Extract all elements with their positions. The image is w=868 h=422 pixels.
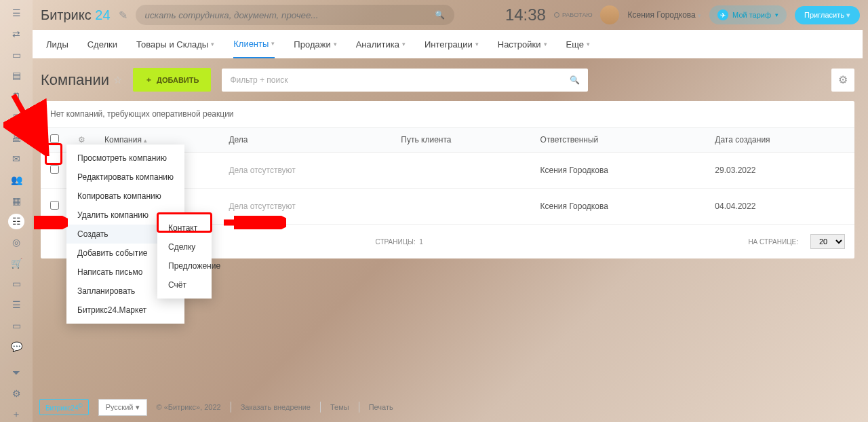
sidebar-icon-5[interactable]: 🗎 [8, 110, 24, 126]
nav-item-3[interactable]: Клиенты▾ [233, 30, 275, 58]
ctx-item-8[interactable]: Битрикс24.Маркет [66, 301, 184, 320]
print-link[interactable]: Печать [369, 403, 393, 411]
col-date[interactable]: Дата создания [705, 128, 854, 153]
col-resp[interactable]: Ответственный [531, 128, 706, 153]
ctx-item-0[interactable]: Просмотреть компанию [66, 149, 184, 168]
sidebar-icon-8[interactable]: 👥 [8, 172, 24, 188]
sidebar-icon-11[interactable]: 🛒 [8, 255, 24, 271]
perpage-select[interactable]: 20 [810, 234, 845, 249]
sidebar-icon-add[interactable]: ＋ [8, 406, 24, 422]
sidebar-icon-4[interactable]: 🗓 [8, 89, 24, 104]
brand-logo[interactable]: Битрикс 24 [41, 7, 111, 23]
language-select[interactable]: Русский ▾ [98, 399, 147, 416]
brand-tag[interactable]: Битрикс24© [39, 399, 89, 415]
cell-deals: Дела отсутствуют [219, 189, 391, 225]
top-bar: Битрикс 24 ✎ 🔍 14:38 РАБОТАЮ Ксения Горо… [33, 0, 868, 30]
sidebar-icon-9[interactable]: ▦ [8, 193, 24, 208]
sidebar-icon-15[interactable]: 💬 [8, 339, 24, 354]
global-search[interactable]: 🔍 [136, 5, 454, 25]
create-submenu: КонтактСделкуПредложениеСчёт [157, 214, 212, 299]
row-checkbox[interactable] [41, 153, 68, 189]
sidebar-icon-filter[interactable]: ☷ [8, 214, 24, 229]
add-button[interactable]: ＋ДОБАВИТЬ [133, 68, 211, 92]
ctx-item-2[interactable]: Копировать компанию [66, 187, 184, 206]
sidebar-icon-settings[interactable]: ⚙ [8, 386, 24, 402]
cell-path [391, 153, 530, 189]
cell-date: 04.04.2022 [705, 189, 854, 225]
filter-search[interactable]: Фильтр + поиск🔍 [222, 69, 588, 92]
work-status[interactable]: РАБОТАЮ [554, 12, 593, 18]
cell-path [391, 189, 530, 225]
cell-resp[interactable]: Ксения Городкова [531, 189, 706, 225]
nav-item-4[interactable]: Продажи▾ [294, 30, 336, 58]
cell-resp[interactable]: Ксения Городкова [531, 153, 706, 189]
left-sidebar: ☰ ⇄ ▭ ▤ 🗓 🗎 🖶 ✉ 👥 ▦ ☷ ◎ 🛒 ▭ ☰ ▭ 💬 ⏷ ⚙ ＋ [0, 0, 33, 422]
bottom-bar: Битрикс24© Русский ▾ © «Битрикс», 2022 З… [33, 392, 863, 422]
nav-item-5[interactable]: Аналитика▾ [356, 30, 406, 58]
sidebar-icon-3[interactable]: ▤ [8, 68, 24, 83]
page-title: Компании☆ [41, 71, 122, 89]
nav-item-8[interactable]: Еще▾ [566, 30, 590, 58]
col-path[interactable]: Путь клиента [391, 128, 530, 153]
page-header: Компании☆ ＋ДОБАВИТЬ Фильтр + поиск🔍 ⚙ [33, 58, 863, 101]
clock: 14:38 [505, 5, 546, 24]
nav-item-1[interactable]: Сделки [87, 30, 117, 58]
subctx-item-0[interactable]: Контакт [157, 218, 212, 237]
select-all-checkbox[interactable] [41, 128, 68, 153]
sidebar-icon-6[interactable]: 🖶 [8, 130, 24, 146]
perpage-label: НА СТРАНИЦЕ: [748, 238, 798, 246]
user-avatar[interactable] [600, 5, 619, 24]
subctx-item-3[interactable]: Счёт [157, 275, 212, 294]
settings-button[interactable]: ⚙ [831, 69, 854, 92]
subctx-item-1[interactable]: Сделку [157, 237, 212, 256]
subctx-item-2[interactable]: Предложение [157, 256, 212, 275]
pagination: СТРАНИЦЫ: 1 [376, 238, 423, 246]
global-search-input[interactable] [145, 10, 435, 20]
sidebar-icon-12[interactable]: ▭ [8, 276, 24, 292]
search-icon: 🔍 [570, 75, 580, 85]
sidebar-icon-sitemap[interactable]: ⏷ [8, 365, 24, 381]
sidebar-icon-10[interactable]: ◎ [8, 235, 24, 250]
nav-item-0[interactable]: Лиды [46, 30, 68, 58]
nav-item-6[interactable]: Интеграции▾ [425, 30, 479, 58]
cell-deals: Дела отсутствуют [219, 153, 391, 189]
row-checkbox[interactable] [41, 189, 68, 225]
sidebar-icon-13[interactable]: ☰ [8, 297, 24, 313]
order-impl-link[interactable]: Заказать внедрение [241, 403, 311, 411]
user-name[interactable]: Ксения Городкова ▾ [627, 10, 701, 20]
reaction-banner: Нет компаний, требующих оперативной реак… [41, 101, 854, 128]
main-nav: ЛидыСделкиТовары и Склады▾Клиенты▾Продаж… [33, 30, 863, 58]
themes-link[interactable]: Темы [330, 403, 349, 411]
sidebar-icon-1[interactable]: ⇄ [8, 26, 24, 42]
invite-button[interactable]: Пригласить ▾ [795, 6, 860, 24]
menu-icon[interactable]: ☰ [8, 5, 24, 21]
nav-item-7[interactable]: Настройки▾ [498, 30, 547, 58]
search-icon[interactable]: 🔍 [435, 10, 445, 20]
sidebar-icon-7[interactable]: ✉ [8, 151, 24, 167]
copyright: © «Битрикс», 2022 [157, 403, 221, 411]
ctx-item-1[interactable]: Редактировать компанию [66, 168, 184, 187]
sidebar-icon-14[interactable]: ▭ [8, 318, 24, 334]
nav-item-2[interactable]: Товары и Склады▾ [136, 30, 214, 58]
col-deals[interactable]: Дела [219, 128, 391, 153]
favorite-icon[interactable]: ☆ [113, 74, 122, 86]
edit-brand-icon[interactable]: ✎ [119, 9, 127, 22]
sidebar-icon-2[interactable]: ▭ [8, 47, 24, 62]
tariff-button[interactable]: ✈Мой тариф ▾ [709, 5, 787, 24]
cell-date: 29.03.2022 [705, 153, 854, 189]
